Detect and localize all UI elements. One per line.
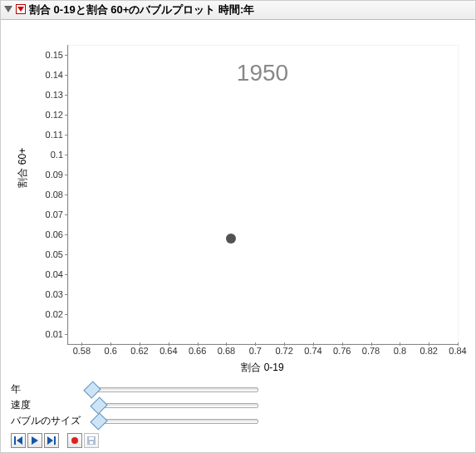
svg-marker-0: [4, 6, 12, 12]
x-tick: 0.76: [330, 346, 355, 356]
svg-marker-5: [32, 436, 38, 445]
svg-point-8: [71, 437, 78, 444]
x-tick: 0.84: [445, 346, 470, 356]
y-tick: 0.12: [30, 110, 63, 120]
y-tick: 0.13: [30, 90, 63, 100]
speed-slider-label: 速度: [11, 398, 92, 412]
svg-rect-7: [54, 436, 56, 445]
x-tick: 0.66: [185, 346, 210, 356]
y-tick: 0.09: [30, 170, 63, 180]
svg-marker-6: [47, 436, 53, 445]
speed-slider-row: 速度: [11, 398, 469, 412]
plot-axes[interactable]: [67, 45, 459, 345]
y-tick: 0.03: [30, 289, 63, 299]
y-tick: 0.01: [30, 329, 63, 339]
x-tick: 0.72: [272, 346, 297, 356]
x-tick: 0.62: [127, 346, 152, 356]
size-slider-label: バブルのサイズ: [11, 414, 92, 428]
svg-rect-10: [89, 437, 94, 440]
slider-track: [92, 387, 258, 392]
y-tick: 0.05: [30, 249, 63, 259]
slider-track: [92, 403, 258, 408]
svg-rect-11: [90, 441, 93, 444]
panel-title: 割合 0-19と割合 60+のバブルプロット 時間:年: [29, 2, 254, 17]
plot-area: 1950 0.010.020.030.040.050.060.070.080.0…: [1, 20, 475, 379]
time-year-label: 1950: [67, 60, 458, 86]
x-tick: 0.7: [243, 346, 267, 356]
options-menu-icon[interactable]: [16, 4, 26, 17]
step-forward-button[interactable]: [44, 433, 59, 448]
x-tick: 0.58: [69, 346, 94, 356]
year-slider-label: 年: [11, 382, 92, 396]
x-tick: 0.82: [416, 346, 441, 356]
record-button[interactable]: [67, 433, 82, 448]
year-slider-row: 年: [11, 382, 469, 396]
y-tick: 0.08: [30, 190, 63, 199]
y-tick: 0.15: [30, 50, 63, 60]
step-back-button[interactable]: [11, 433, 26, 448]
x-tick: 0.6: [98, 346, 123, 356]
x-tick: 0.68: [213, 346, 238, 356]
controls-panel: 年 速度 バブルのサイズ: [1, 379, 475, 431]
x-tick: 0.78: [359, 346, 384, 356]
disclosure-icon[interactable]: [4, 4, 12, 17]
slider-thumb[interactable]: [90, 412, 107, 430]
y-axis-label: 割合 60+: [16, 148, 30, 188]
y-tick: 0.06: [30, 229, 63, 239]
y-tick: 0.07: [30, 209, 63, 219]
slider-track: [92, 419, 258, 424]
playback-toolbar: [1, 431, 475, 451]
y-tick: 0.14: [30, 70, 63, 80]
year-slider[interactable]: [92, 383, 258, 396]
speed-slider[interactable]: [92, 399, 258, 412]
play-button[interactable]: [27, 433, 42, 448]
y-tick: 0.04: [30, 269, 63, 279]
bubble-size-slider[interactable]: [92, 415, 258, 428]
svg-marker-4: [17, 436, 22, 445]
x-tick: 0.64: [156, 346, 181, 356]
x-tick: 0.8: [387, 346, 412, 356]
y-tick: 0.1: [30, 150, 63, 160]
plot-panel: 割合 0-19と割合 60+のバブルプロット 時間:年 1950 0.010.0…: [0, 0, 476, 453]
panel-titlebar[interactable]: 割合 0-19と割合 60+のバブルプロット 時間:年: [1, 1, 475, 20]
y-tick: 0.11: [30, 130, 63, 140]
y-tick: 0.02: [30, 309, 63, 319]
x-tick: 0.74: [301, 346, 326, 356]
save-button[interactable]: [84, 433, 99, 448]
slider-thumb[interactable]: [90, 396, 107, 414]
size-slider-row: バブルのサイズ: [11, 414, 469, 428]
x-axis-label: 割合 0-19: [67, 361, 458, 375]
svg-rect-3: [14, 436, 16, 445]
bubble-point[interactable]: [226, 234, 236, 244]
